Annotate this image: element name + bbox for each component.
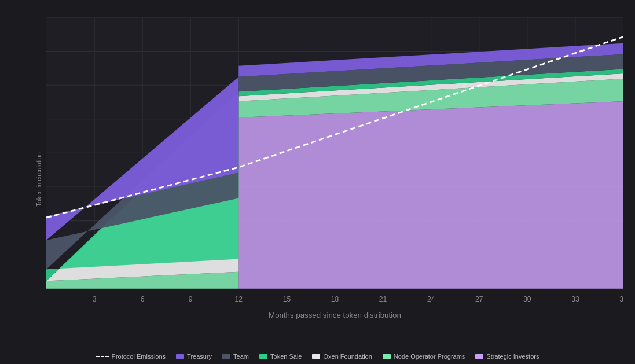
legend-item-team: Team: [222, 353, 249, 360]
legend-label-treasury: Treasury: [187, 353, 212, 360]
svg-text:Months passed since token dist: Months passed since token distribution: [269, 311, 401, 319]
chart-container: Token in circulation: [0, 0, 635, 364]
legend-label-strategic-investors: Strategic Investors: [486, 353, 539, 360]
svg-text:15: 15: [283, 295, 291, 303]
team-icon: [222, 354, 230, 359]
legend-item-oxen-foundation: Oxen Foundation: [312, 353, 372, 360]
legend-item-token-sale: Token Sale: [259, 353, 302, 360]
node-operator-programs-icon: [383, 354, 391, 359]
svg-text:21: 21: [379, 295, 387, 303]
svg-text:6: 6: [141, 295, 145, 303]
y-axis-label: Token in circulation: [35, 152, 42, 207]
svg-text:9: 9: [189, 295, 193, 303]
svg-text:3: 3: [93, 295, 97, 303]
legend-item-strategic-investors: Strategic Investors: [475, 353, 539, 360]
legend-label-node-operator-programs: Node Operator Programs: [394, 353, 465, 360]
main-chart: 0 10 000 000 20 000 000 30 000 000 40 00…: [46, 17, 623, 321]
strategic-investors-icon: [475, 354, 483, 359]
chart-legend: Protocol Emissions Treasury Team Token S…: [12, 347, 623, 363]
legend-label-protocol-emissions: Protocol Emissions: [112, 353, 166, 360]
svg-text:30: 30: [523, 295, 531, 303]
protocol-emissions-icon: [96, 356, 109, 357]
svg-text:27: 27: [475, 295, 483, 303]
legend-item-treasury: Treasury: [176, 353, 212, 360]
svg-text:24: 24: [427, 295, 435, 303]
legend-label-oxen-foundation: Oxen Foundation: [323, 353, 372, 360]
legend-label-token-sale: Token Sale: [270, 353, 302, 360]
svg-text:36: 36: [619, 295, 623, 303]
svg-text:33: 33: [571, 295, 579, 303]
svg-text:18: 18: [331, 295, 339, 303]
oxen-foundation-icon: [312, 354, 320, 359]
token-sale-icon: [259, 354, 267, 359]
legend-item-protocol-emissions: Protocol Emissions: [96, 353, 166, 360]
treasury-icon: [176, 354, 184, 359]
legend-item-node-operator-programs: Node Operator Programs: [383, 353, 465, 360]
legend-label-team: Team: [233, 353, 249, 360]
svg-text:12: 12: [235, 295, 243, 303]
